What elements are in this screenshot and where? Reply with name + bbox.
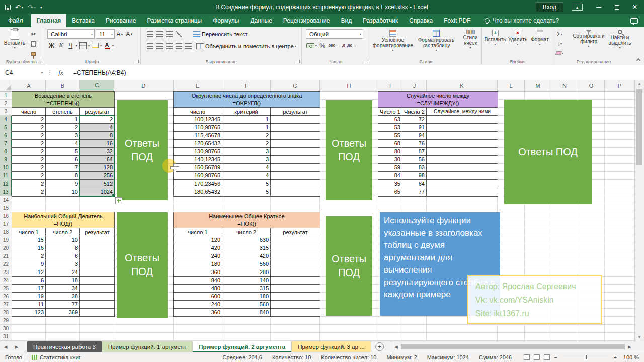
cell[interactable]: 80: [378, 148, 403, 156]
cell[interactable]: 2: [12, 252, 46, 260]
cell[interactable]: [271, 164, 320, 172]
cell[interactable]: 2: [12, 140, 46, 148]
cell[interactable]: 630: [222, 236, 271, 244]
cell[interactable]: [271, 148, 320, 156]
cell[interactable]: 6: [46, 252, 80, 260]
cell[interactable]: 2: [12, 188, 46, 196]
cell[interactable]: 160,98765: [174, 172, 222, 180]
cell[interactable]: [80, 268, 114, 277]
cell[interactable]: [271, 116, 320, 124]
find-select-button[interactable]: Найти и выделить▾: [606, 30, 634, 50]
ribbon-tab[interactable]: Вид: [336, 14, 358, 27]
ribbon-tab[interactable]: Foxit PDF: [438, 14, 476, 27]
shrink-font-icon[interactable]: А▼: [125, 30, 134, 38]
cell[interactable]: 55: [378, 132, 403, 140]
column-header[interactable]: I: [378, 80, 403, 92]
conditional-formatting-button[interactable]: Условное форматирование▾: [372, 30, 414, 52]
cell[interactable]: 120,65432: [174, 140, 222, 148]
cell[interactable]: 140: [222, 277, 271, 285]
cell[interactable]: 4: [80, 124, 114, 132]
format-cells-button[interactable]: Формат▾: [529, 30, 550, 46]
answers-box-4[interactable]: Ответы ПОД: [117, 212, 168, 318]
cell[interactable]: 83: [403, 164, 427, 172]
cell[interactable]: 53: [378, 124, 403, 132]
column-header[interactable]: P: [605, 80, 635, 92]
workbook-statistics-button[interactable]: Статистика книг: [32, 354, 81, 360]
cell[interactable]: 12: [12, 268, 46, 277]
formula-input[interactable]: =СТЕПЕНЬ(A4;B4): [68, 65, 126, 80]
cell[interactable]: 77: [403, 188, 427, 196]
cell[interactable]: [271, 268, 320, 277]
cell[interactable]: 9: [46, 180, 80, 188]
copy-icon[interactable]: [29, 40, 38, 48]
align-bottom-icon[interactable]: [165, 30, 174, 38]
collapse-ribbon-icon[interactable]: [636, 58, 640, 62]
cell[interactable]: 360: [174, 309, 222, 317]
row-header[interactable]: 1: [0, 92, 12, 100]
cell[interactable]: [271, 277, 320, 285]
formula-bar-handle[interactable]: ⋮: [46, 65, 53, 80]
cell[interactable]: [80, 260, 114, 268]
ribbon-tab[interactable]: Формулы: [207, 14, 245, 27]
cell[interactable]: 560: [222, 301, 271, 309]
align-top-icon[interactable]: [146, 30, 154, 38]
cell[interactable]: 9: [12, 260, 46, 268]
font-size-combo[interactable]: 11▾: [96, 29, 115, 39]
row-header[interactable]: 9: [0, 156, 12, 164]
cell[interactable]: 4: [222, 172, 271, 180]
merge-center-button[interactable]: Объединить и поместить в центре: [205, 43, 294, 49]
undo-icon[interactable]: ↶▾: [15, 4, 23, 11]
auto-fill-options-icon[interactable]: [115, 197, 122, 204]
row-header[interactable]: 26: [0, 293, 12, 301]
zoom-out-icon[interactable]: −: [554, 354, 557, 360]
cell[interactable]: [80, 236, 114, 244]
font-name-combo[interactable]: Calibri▾: [47, 29, 95, 39]
add-sheet-icon[interactable]: +: [375, 342, 384, 351]
row-header[interactable]: 15: [0, 204, 12, 212]
cell[interactable]: 7: [46, 164, 80, 172]
sheet-tab-2[interactable]: Пример функций. 1 аргумент: [102, 341, 193, 352]
cell[interactable]: 35: [378, 180, 403, 188]
cell[interactable]: 560: [222, 260, 271, 268]
cell[interactable]: 170,23456: [174, 180, 222, 188]
cell[interactable]: 180: [174, 260, 222, 268]
cell[interactable]: 68: [378, 140, 403, 148]
cell[interactable]: 369: [46, 309, 80, 317]
cell[interactable]: 94: [403, 132, 427, 140]
column-header[interactable]: E: [174, 80, 222, 92]
cell[interactable]: 100,12345: [174, 116, 222, 124]
scroll-down-icon[interactable]: ▼: [635, 335, 644, 339]
answers-box-2[interactable]: Ответы ПОД: [326, 100, 372, 200]
tell-me-search[interactable]: Что вы хотите сделать?: [485, 14, 559, 27]
row-header[interactable]: 4: [0, 116, 12, 124]
cell[interactable]: 840: [222, 309, 271, 317]
cell[interactable]: 600: [174, 293, 222, 301]
cell[interactable]: 180,65432: [174, 188, 222, 196]
ribbon-tab[interactable]: Рецензирование: [278, 14, 336, 27]
cell[interactable]: 180: [222, 293, 271, 301]
increase-indent-icon[interactable]: [184, 42, 193, 50]
cell[interactable]: 6: [46, 156, 80, 164]
cell[interactable]: [80, 277, 114, 285]
underline-button[interactable]: Ч: [66, 41, 75, 50]
cell[interactable]: 30: [378, 156, 403, 164]
cell[interactable]: 420: [174, 244, 222, 252]
font-dialog-launcher[interactable]: [135, 60, 139, 63]
cell[interactable]: 17: [12, 285, 46, 293]
cell[interactable]: [271, 172, 320, 180]
maximize-button[interactable]: [608, 0, 626, 14]
decrease-indent-icon[interactable]: [175, 42, 183, 50]
column-header[interactable]: G: [271, 80, 320, 92]
insert-cells-button[interactable]: + Вставить▾: [484, 30, 506, 46]
row-header[interactable]: 7: [0, 140, 12, 148]
cell[interactable]: [271, 309, 320, 317]
cell[interactable]: 8: [80, 132, 114, 140]
column-header[interactable]: J: [403, 80, 427, 92]
zoom-in-icon[interactable]: +: [614, 354, 617, 360]
align-right-icon[interactable]: [165, 42, 174, 50]
autosum-icon[interactable]: Σ▾: [555, 30, 564, 38]
fill-color-icon[interactable]: [91, 41, 99, 50]
number-format-combo[interactable]: Общий▾: [306, 29, 363, 39]
cell[interactable]: [271, 132, 320, 140]
sheet-nav-left-icon[interactable]: ◀: [0, 341, 11, 352]
